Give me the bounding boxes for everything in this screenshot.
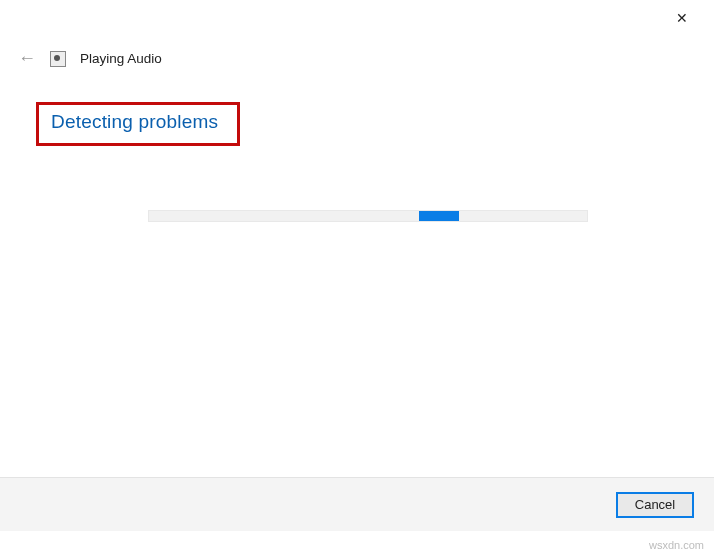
progress-chunk: [419, 211, 459, 221]
titlebar: ✕: [0, 0, 714, 36]
watermark: wsxdn.com: [649, 539, 704, 551]
window-title: Playing Audio: [80, 51, 162, 66]
close-icon: ✕: [676, 10, 688, 26]
footer: Cancel: [0, 477, 714, 531]
header: ← Playing Audio: [18, 48, 162, 69]
app-icon: [50, 51, 66, 67]
progress-bar: [148, 210, 588, 222]
close-button[interactable]: ✕: [664, 3, 700, 33]
cancel-button[interactable]: Cancel: [616, 492, 694, 518]
status-heading: Detecting problems: [51, 111, 225, 133]
back-arrow-icon[interactable]: ←: [18, 48, 36, 69]
status-highlight-box: Detecting problems: [36, 102, 240, 146]
